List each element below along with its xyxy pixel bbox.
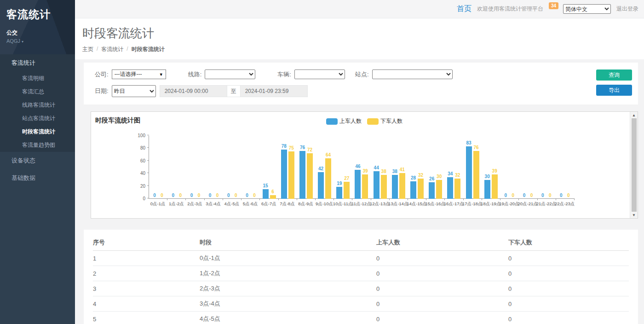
bar-下车人数	[344, 182, 350, 199]
chart-scrollbar[interactable]: ▲ ▼	[630, 112, 638, 218]
profile-code-dropdown[interactable]: AQGJ ▾	[6, 38, 69, 44]
bar-value-label: 76	[300, 145, 305, 150]
x-axis-label: 14点-15点	[408, 201, 426, 207]
bar-下车人数	[492, 174, 498, 199]
bar-上车人数	[447, 177, 453, 199]
bar-value-label: 27	[344, 176, 349, 181]
bar-下车人数	[270, 195, 276, 199]
scroll-up-icon[interactable]: ▲	[630, 112, 638, 118]
sidebar-item-station-stats[interactable]: 站点客流统计	[0, 112, 75, 125]
dropdown-triangle-icon: ▼	[159, 72, 163, 77]
bar-value-label: 38	[381, 169, 386, 174]
bar-value-label: 44	[374, 166, 379, 170]
bar-下车人数	[418, 179, 424, 199]
table-cell: 0	[376, 296, 508, 312]
x-axis-label: 10点-11点	[334, 201, 352, 207]
sidebar-item-base-data[interactable]: 基础数据	[0, 169, 75, 187]
y-tick	[147, 147, 149, 148]
x-tick	[204, 198, 205, 200]
bar-value-label: 15	[263, 184, 268, 188]
scrollbar-thumb[interactable]	[632, 118, 637, 212]
x-tick	[389, 198, 390, 200]
table-cell: 0	[376, 312, 508, 324]
vehicle-select[interactable]	[294, 69, 345, 79]
sidebar-item-period-stats[interactable]: 时段客流统计	[0, 125, 75, 139]
bar-上车人数	[484, 180, 490, 199]
table-cell: 1	[93, 251, 200, 266]
x-tick	[297, 198, 297, 200]
table-row: 54点-5点00	[93, 312, 629, 324]
profile-code-label: AQGJ	[6, 38, 20, 44]
bar-value-label: 83	[466, 141, 471, 145]
bar-group-1点-2点: 00	[167, 136, 186, 199]
bar-value-label: 0	[530, 193, 533, 198]
chart-title: 时段车流统计图	[95, 116, 140, 125]
x-tick	[500, 198, 500, 200]
x-axis-label: 9点-10点	[315, 201, 334, 207]
bar-上车人数	[281, 150, 287, 199]
bar-value-label: 0	[253, 193, 256, 198]
export-button[interactable]: 导出	[596, 85, 632, 96]
y-tick	[147, 160, 149, 161]
breadcrumb-item[interactable]: 客流统计	[101, 46, 123, 53]
x-tick	[518, 198, 519, 200]
sidebar-item-trend-chart[interactable]: 客流量趋势图	[0, 139, 75, 152]
x-axis-label: 17点-18点	[463, 201, 481, 207]
sidebar-item-passenger-stats[interactable]: 客流统计	[0, 54, 75, 72]
x-axis-label: 8点-9点	[297, 201, 315, 207]
bar-group-4点-5点: 00	[223, 136, 242, 199]
content: 公司: ---请选择--- ▼ 线路: 车辆: 站点: 日期: 昨日 至	[75, 59, 644, 324]
bar-上车人数	[299, 151, 305, 199]
breadcrumb-item[interactable]: 主页	[82, 46, 93, 53]
sidebar-item-device-status[interactable]: 设备状态	[0, 152, 75, 169]
home-link[interactable]: 首页	[457, 4, 472, 14]
date-end-input[interactable]	[240, 85, 308, 97]
breadcrumb: 主页/客流统计/时段客流统计	[82, 46, 644, 53]
bar-group-11点-12点: 4639	[352, 136, 371, 199]
line-label: 线路:	[188, 70, 202, 79]
bar-value-label: 0	[209, 193, 212, 198]
bar-value-label: 42	[318, 167, 323, 171]
sidebar-item-line-stats[interactable]: 线路客流统计	[0, 98, 75, 112]
date-preset-select[interactable]: 昨日	[112, 85, 156, 97]
company-select[interactable]: ---请选择--- ▼	[112, 69, 166, 79]
query-button[interactable]: 查询	[596, 69, 632, 81]
table-cell: 4	[93, 296, 200, 312]
x-tick	[352, 198, 352, 200]
x-axis-label: 5点-6点	[241, 201, 259, 207]
y-axis-label: 80	[137, 145, 149, 150]
x-tick	[463, 198, 464, 200]
bar-上车人数	[374, 171, 380, 199]
bar-group-13点-14点: 3841	[389, 136, 408, 199]
station-select[interactable]	[372, 69, 453, 79]
sidebar-item-passenger-detail[interactable]: 客流明细	[0, 72, 75, 85]
station-label: 站点:	[355, 70, 369, 79]
breadcrumb-separator: /	[126, 46, 128, 53]
x-tick	[278, 198, 279, 200]
y-tick	[147, 173, 149, 173]
bar-value-label: 76	[473, 145, 478, 150]
bar-group-0点-1点: 00	[149, 136, 167, 199]
bar-group-2点-3点: 00	[186, 136, 204, 199]
legend-item-下车人数[interactable]: 下车人数	[367, 117, 402, 125]
chart-legend: 上车人数下车人数	[326, 117, 402, 125]
sidebar-item-passenger-summary[interactable]: 客流汇总	[0, 85, 75, 98]
app-logo: 客流统计	[6, 7, 69, 22]
date-start-input[interactable]	[160, 85, 227, 97]
logout-link[interactable]: 退出登录	[616, 5, 638, 13]
line-select[interactable]	[205, 69, 255, 79]
scroll-down-icon[interactable]: ▼	[630, 212, 638, 218]
y-axis-label: 0	[137, 196, 149, 201]
language-select[interactable]: 简体中文	[563, 4, 611, 14]
bar-group-18点-19点: 3039	[482, 136, 500, 199]
bar-value-label: 19	[337, 181, 342, 186]
breadcrumb-separator: /	[97, 46, 98, 53]
x-tick	[574, 198, 575, 200]
x-tick	[185, 198, 186, 200]
bar-value-label: 0	[179, 193, 182, 198]
main-area: 首页 欢迎使用客流统计管理平台 34 简体中文 退出登录 时段客流统计 主页/客…	[75, 0, 644, 324]
x-axis-label: 1点-2点	[167, 201, 185, 207]
legend-item-上车人数[interactable]: 上车人数	[326, 117, 362, 125]
bar-group-9点-10点: 4264	[316, 136, 334, 199]
bar-value-label: 0	[512, 193, 515, 198]
